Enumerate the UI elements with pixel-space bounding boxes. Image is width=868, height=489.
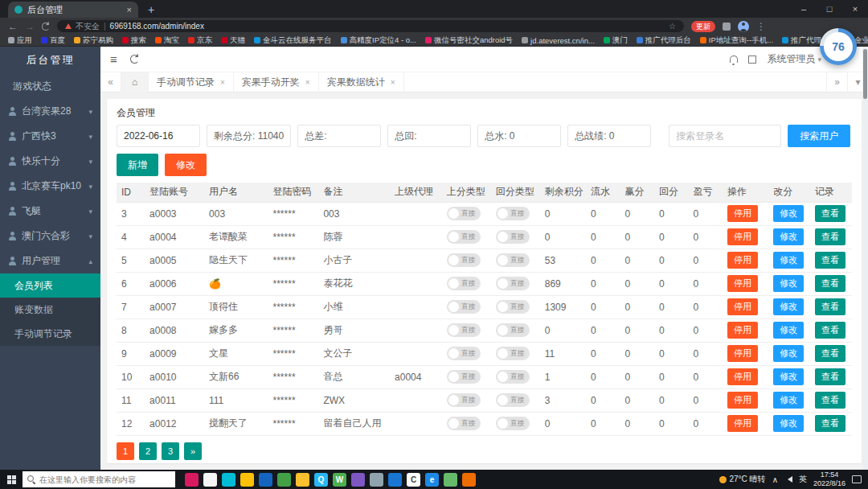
sidebar-item[interactable]: 快乐十分▾ — [0, 149, 100, 174]
taskbar-app-icon[interactable] — [370, 473, 383, 487]
disable-button[interactable]: 停用 — [727, 322, 758, 339]
edit-button[interactable]: 修改 — [165, 154, 207, 176]
taskbar-search-input[interactable] — [39, 475, 168, 484]
refresh-icon[interactable] — [42, 23, 50, 31]
row-edit-button[interactable]: 修改 — [773, 275, 804, 292]
disable-button[interactable]: 停用 — [727, 252, 758, 269]
back-type-toggle[interactable]: 直接 — [496, 417, 530, 430]
up-type-toggle[interactable]: 直接 — [447, 230, 481, 244]
page-refresh-icon[interactable] — [130, 55, 139, 64]
taskbar-app-icon[interactable] — [388, 473, 402, 487]
scrollbar-track[interactable] — [862, 47, 868, 470]
row-edit-button[interactable]: 修改 — [773, 368, 804, 385]
taskbar-app-icon[interactable] — [222, 473, 235, 487]
taskbar-app-icon[interactable] — [203, 473, 217, 487]
new-tab-button[interactable]: + — [148, 2, 154, 18]
page-tab[interactable]: 手动调节记录× — [149, 72, 234, 92]
search-input[interactable] — [669, 125, 781, 147]
taskbar-app-icon[interactable] — [259, 473, 272, 487]
maximize-button[interactable]: □ — [817, 0, 842, 18]
back-type-toggle[interactable]: 直接 — [496, 370, 530, 384]
taskbar-app-icon[interactable]: Q — [314, 473, 328, 487]
view-button[interactable]: 查看 — [815, 415, 845, 432]
row-edit-button[interactable]: 修改 — [773, 252, 804, 269]
up-type-toggle[interactable]: 直接 — [447, 370, 481, 384]
page-button[interactable]: 2 — [139, 442, 157, 460]
bookmark-item[interactable]: 澳门 — [604, 35, 628, 46]
sidebar-item[interactable]: 澳门六合彩▾ — [0, 224, 100, 249]
back-type-toggle[interactable]: 直接 — [496, 323, 530, 337]
up-type-toggle[interactable]: 直接 — [447, 253, 481, 267]
row-edit-button[interactable]: 修改 — [773, 415, 804, 432]
taskbar-app-icon[interactable] — [462, 473, 476, 487]
bookmark-item[interactable]: 微信号密社交android号 — [425, 35, 513, 46]
row-edit-button[interactable]: 修改 — [773, 298, 804, 315]
bookmark-item[interactable]: 高精度IP定位4 - o... — [341, 35, 416, 46]
sidebar-item[interactable]: 台湾宾果28▾ — [0, 99, 100, 124]
close-icon[interactable]: × — [305, 72, 310, 92]
taskbar-app-icon[interactable] — [296, 473, 309, 487]
page-tab[interactable]: 宾果手动开奖× — [234, 72, 319, 92]
view-button[interactable]: 查看 — [815, 252, 845, 269]
fullscreen-icon[interactable] — [748, 55, 756, 64]
sidebar-subitem[interactable]: 会员列表 — [0, 273, 100, 298]
search-user-button[interactable]: 搜索用户 — [788, 125, 850, 147]
forward-icon[interactable]: → — [25, 22, 35, 31]
bookmark-item[interactable]: jd.ateverest.cn/in... — [522, 36, 595, 45]
input-language-indicator[interactable]: 英 — [799, 474, 807, 485]
bookmark-item[interactable]: 应用 — [8, 35, 32, 46]
up-type-toggle[interactable]: 直接 — [447, 300, 481, 314]
address-bar[interactable]: 不安全 | 6969168.com/admin/index ☆ — [57, 20, 684, 32]
sidebar-item[interactable]: 用户管理▴ — [0, 249, 100, 273]
sidebar-item[interactable]: 飞艇▾ — [0, 199, 100, 224]
up-type-toggle[interactable]: 直接 — [447, 207, 481, 220]
back-type-toggle[interactable]: 直接 — [496, 300, 530, 314]
taskbar-app-icon[interactable]: e — [425, 473, 439, 487]
tabs-scroll-left-icon[interactable]: « — [100, 72, 121, 92]
row-edit-button[interactable]: 修改 — [773, 345, 804, 362]
up-type-toggle[interactable]: 直接 — [447, 393, 481, 407]
close-icon[interactable]: × — [391, 72, 395, 92]
view-button[interactable]: 查看 — [815, 275, 845, 292]
view-button[interactable]: 查看 — [815, 322, 845, 339]
taskbar-app-icon[interactable] — [444, 473, 457, 487]
profile-avatar[interactable] — [738, 21, 749, 32]
up-type-toggle[interactable]: 直接 — [447, 417, 481, 430]
action-center-icon[interactable] — [852, 475, 862, 483]
bookmark-item[interactable]: IP地址查询--手机... — [700, 35, 773, 46]
disable-button[interactable]: 停用 — [727, 345, 758, 362]
bookmark-star-icon[interactable]: ☆ — [669, 22, 676, 31]
disable-button[interactable]: 停用 — [727, 228, 758, 245]
disable-button[interactable]: 停用 — [727, 392, 758, 409]
add-button[interactable]: 新增 — [117, 154, 158, 176]
back-type-toggle[interactable]: 直接 — [496, 207, 530, 220]
view-button[interactable]: 查看 — [815, 368, 845, 385]
taskbar-app-icon[interactable] — [185, 473, 199, 487]
up-type-toggle[interactable]: 直接 — [447, 323, 481, 337]
taskbar-app-icon[interactable] — [240, 473, 254, 487]
bookmark-item[interactable]: 淘宝 — [155, 35, 179, 46]
taskbar-app-icon[interactable] — [351, 473, 365, 487]
page-tab[interactable]: 宾果数据统计× — [319, 72, 404, 92]
speed-ball-overlay[interactable]: 76 — [820, 28, 857, 65]
up-type-toggle[interactable]: 直接 — [447, 347, 481, 360]
back-type-toggle[interactable]: 直接 — [496, 253, 530, 267]
bookmark-item[interactable]: 搜索 — [122, 35, 146, 46]
row-edit-button[interactable]: 修改 — [773, 228, 804, 245]
minimize-button[interactable]: – — [791, 0, 817, 18]
bookmark-item[interactable]: 推广代理后台 — [637, 35, 691, 46]
admin-dropdown[interactable]: 系统管理员▾ — [767, 52, 821, 66]
notification-bell-icon[interactable] — [730, 55, 738, 63]
bookmark-item[interactable]: 金斗云在线服务平台 — [254, 35, 332, 46]
view-button[interactable]: 查看 — [815, 298, 845, 315]
bookmark-item[interactable]: 苏宁易购 — [74, 35, 113, 46]
sidebar-subitem[interactable]: 账变数据 — [0, 298, 100, 322]
browser-menu-icon[interactable]: ⋮ — [756, 22, 766, 31]
page-button[interactable]: 3 — [162, 442, 179, 460]
taskbar-app-icon[interactable]: W — [333, 473, 346, 487]
collapse-menu-icon[interactable]: ≡ — [110, 53, 117, 65]
back-type-toggle[interactable]: 直接 — [496, 347, 530, 360]
page-button[interactable]: » — [184, 442, 202, 460]
up-type-toggle[interactable]: 直接 — [447, 277, 481, 290]
disable-button[interactable]: 停用 — [727, 205, 758, 222]
